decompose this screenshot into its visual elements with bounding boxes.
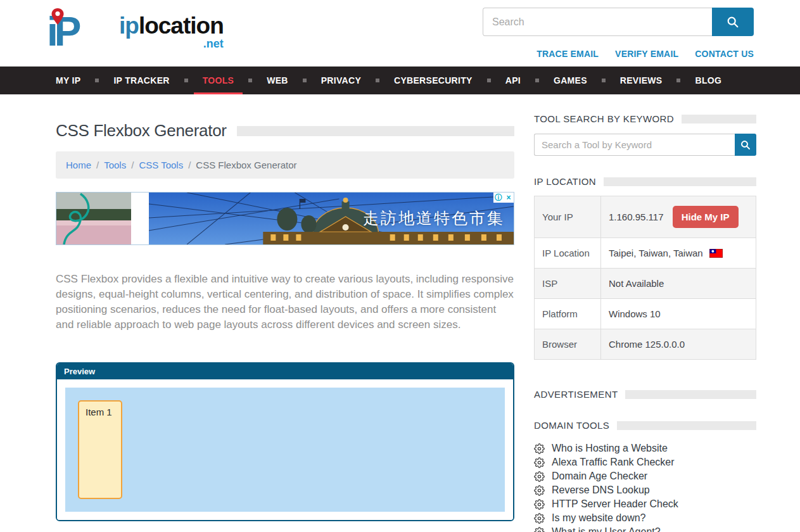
ad-banner[interactable]: 走訪地道特色市集 ⓘ × bbox=[56, 192, 514, 245]
header-links: TRACE EMAIL VERIFY EMAIL CONTACT US bbox=[483, 49, 754, 59]
gear-icon bbox=[534, 471, 545, 482]
heading-decorative-bar bbox=[682, 115, 756, 124]
table-row: Platform Windows 10 bbox=[535, 299, 756, 329]
logo-tld: .net bbox=[119, 38, 224, 49]
heading-decorative-bar bbox=[625, 390, 756, 399]
nav-separator bbox=[243, 66, 258, 94]
domain-tools-heading: DOMAIN TOOLS bbox=[534, 420, 756, 431]
table-row: Browser Chrome 125.0.0.0 bbox=[535, 329, 756, 360]
advertisement-heading-text: ADVERTISEMENT bbox=[534, 389, 618, 400]
breadcrumb-tools[interactable]: Tools bbox=[104, 160, 126, 170]
site-logo[interactable]: iP iplocation .net bbox=[47, 4, 224, 57]
gear-icon bbox=[534, 485, 545, 496]
table-row: ISP Not Available bbox=[535, 269, 756, 299]
domain-tool-link[interactable]: Reverse DNS Lookup bbox=[552, 484, 650, 496]
breadcrumb-css-tools[interactable]: CSS Tools bbox=[139, 160, 183, 170]
nav-item-api[interactable]: API bbox=[497, 66, 530, 94]
logo-ip-monogram: iP bbox=[47, 4, 118, 57]
row-label: Browser bbox=[535, 329, 601, 360]
ip-location-heading: IP LOCATION bbox=[534, 176, 756, 187]
gear-icon bbox=[534, 527, 545, 532]
list-item[interactable]: Alexa Traffic Rank Checker bbox=[534, 455, 756, 469]
tool-search-heading: TOOL SEARCH BY KEYWORD bbox=[534, 113, 756, 124]
nav-item-reviews[interactable]: REVIEWS bbox=[611, 66, 671, 94]
site-search-button[interactable] bbox=[712, 8, 754, 36]
taiwan-flag-icon bbox=[709, 249, 723, 258]
hide-my-ip-button[interactable]: Hide My IP bbox=[673, 206, 739, 228]
domain-tool-link[interactable]: Alexa Traffic Rank Checker bbox=[552, 457, 675, 468]
row-value: Not Available bbox=[601, 269, 756, 299]
trace-email-link[interactable]: TRACE EMAIL bbox=[537, 49, 599, 59]
flexbox-preview-item-1[interactable]: Item 1 bbox=[78, 400, 122, 499]
table-row: Your IP 1.160.95.117 Hide My IP bbox=[535, 196, 756, 238]
heading-decorative-bar bbox=[604, 177, 756, 186]
row-value: 1.160.95.117 Hide My IP bbox=[601, 196, 756, 238]
heading-decorative-bar bbox=[617, 421, 756, 430]
list-item[interactable]: Domain Age Checker bbox=[534, 469, 756, 483]
row-value: Chrome 125.0.0.0 bbox=[601, 329, 756, 360]
nav-separator bbox=[179, 66, 194, 94]
title-decorative-bar bbox=[237, 126, 514, 136]
nav-item-web[interactable]: WEB bbox=[258, 66, 297, 94]
list-item[interactable]: What is my User Agent? bbox=[534, 525, 756, 532]
domain-tools-list: Who is Hosting a Website Alexa Traffic R… bbox=[534, 441, 756, 532]
row-label: ISP bbox=[535, 269, 601, 299]
location-pin-icon bbox=[51, 8, 65, 25]
gear-icon bbox=[534, 513, 545, 524]
tool-search-button[interactable] bbox=[735, 134, 756, 156]
tool-search-heading-text: TOOL SEARCH BY KEYWORD bbox=[534, 113, 674, 124]
domain-tools-heading-text: DOMAIN TOOLS bbox=[534, 420, 609, 431]
breadcrumb-home[interactable]: Home bbox=[66, 160, 91, 170]
list-item[interactable]: Is my website down? bbox=[534, 511, 756, 525]
list-item[interactable]: HTTP Server Header Check bbox=[534, 497, 756, 511]
ip-location-heading-text: IP LOCATION bbox=[534, 176, 596, 187]
ad-image-right[interactable]: 走訪地道特色市集 ⓘ × bbox=[149, 193, 514, 244]
ad-info-icon[interactable]: ⓘ bbox=[493, 193, 504, 203]
list-item[interactable]: Reverse DNS Lookup bbox=[534, 483, 756, 497]
nav-item-tools[interactable]: TOOLS bbox=[194, 66, 243, 94]
nav-separator bbox=[671, 66, 686, 94]
domain-tool-link[interactable]: What is my User Agent? bbox=[552, 526, 661, 532]
row-value: Windows 10 bbox=[601, 299, 756, 329]
advertisement-heading: ADVERTISEMENT bbox=[534, 389, 756, 400]
preview-panel-header: Preview bbox=[57, 364, 513, 379]
domain-tool-link[interactable]: Is my website down? bbox=[552, 512, 646, 524]
table-row: IP Location Taipei, Taiwan, Taiwan bbox=[535, 238, 756, 269]
gear-icon bbox=[534, 457, 545, 468]
ad-close-icon[interactable]: × bbox=[504, 193, 514, 203]
preview-panel-body: Item 1 bbox=[57, 379, 513, 520]
breadcrumb-separator: / bbox=[188, 160, 191, 170]
contact-us-link[interactable]: CONTACT US bbox=[695, 49, 754, 59]
row-label: IP Location bbox=[535, 238, 601, 269]
nav-separator bbox=[481, 66, 497, 94]
gear-icon bbox=[534, 499, 545, 510]
nav-item-my-ip[interactable]: MY IP bbox=[47, 66, 89, 94]
ad-gap bbox=[131, 193, 149, 244]
nav-separator bbox=[370, 66, 385, 94]
tool-description: CSS Flexbox provides a flexible and intu… bbox=[56, 272, 514, 333]
nav-item-privacy[interactable]: PRIVACY bbox=[312, 66, 370, 94]
ad-image-left[interactable] bbox=[56, 193, 131, 244]
preview-panel: Preview Item 1 bbox=[56, 362, 514, 521]
nav-item-blog[interactable]: BLOG bbox=[686, 66, 730, 94]
breadcrumb-current: CSS Flexbox Generator bbox=[196, 160, 296, 170]
domain-tool-link[interactable]: Who is Hosting a Website bbox=[552, 443, 668, 454]
domain-tool-link[interactable]: Domain Age Checker bbox=[552, 471, 647, 482]
verify-email-link[interactable]: VERIFY EMAIL bbox=[615, 49, 678, 59]
gear-icon bbox=[534, 443, 545, 454]
breadcrumb-separator: / bbox=[96, 160, 99, 170]
row-value: Taipei, Taiwan, Taiwan bbox=[601, 238, 756, 269]
list-item[interactable]: Who is Hosting a Website bbox=[534, 441, 756, 455]
nav-separator bbox=[596, 66, 611, 94]
logo-word-location: location bbox=[139, 13, 224, 39]
tool-search bbox=[534, 134, 756, 156]
ip-location-value: Taipei, Taiwan, Taiwan bbox=[609, 248, 703, 258]
tool-search-input[interactable] bbox=[534, 134, 735, 156]
domain-tool-link[interactable]: HTTP Server Header Check bbox=[552, 498, 678, 510]
top-header: iP iplocation .net TRACE EMAIL VERIFY EM… bbox=[0, 0, 800, 66]
nav-item-ip-tracker[interactable]: IP TRACKER bbox=[105, 66, 178, 94]
nav-item-games[interactable]: GAMES bbox=[545, 66, 596, 94]
nav-item-cybersecurity[interactable]: CYBERSECURITY bbox=[385, 66, 481, 94]
site-search-input[interactable] bbox=[483, 8, 712, 36]
nav-separator bbox=[297, 66, 312, 94]
